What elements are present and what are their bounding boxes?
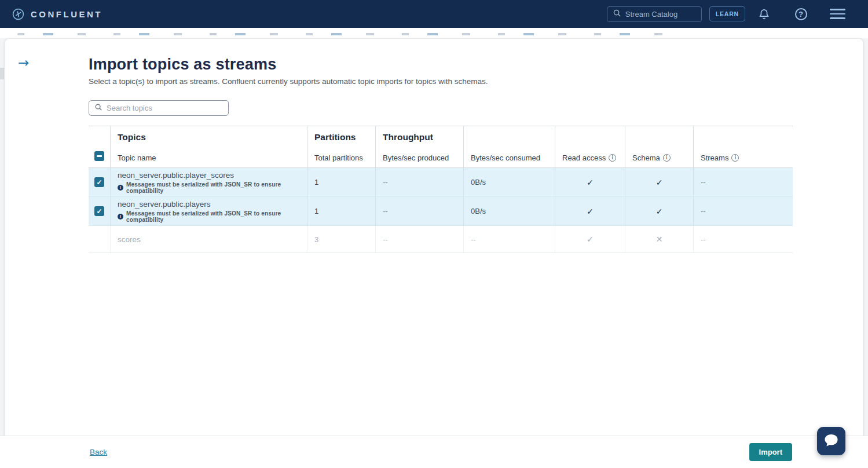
column-group-partitions: Partitions — [314, 132, 375, 142]
column-total-partitions: Total partitions — [314, 153, 375, 162]
page-edge — [0, 38, 5, 436]
bytes-consumed-value: 0B/s — [471, 207, 486, 215]
bytes-produced-value: -- — [383, 207, 388, 215]
column-schema: Schema — [632, 153, 660, 162]
row-checkbox[interactable] — [94, 177, 104, 187]
bytes-consumed-value: 0B/s — [471, 178, 486, 187]
column-streams: Streams — [701, 153, 728, 162]
top-navbar: CONFLUENT LEARN — [0, 0, 868, 28]
table-row-disabled: scores 3 -- -- ✓ ✕ -- — [89, 226, 793, 253]
column-group-throughput: Throughput — [383, 132, 463, 142]
select-all-checkbox[interactable] — [94, 151, 104, 161]
collapse-panel-arrow-icon[interactable] — [18, 56, 29, 70]
streams-value: -- — [701, 235, 706, 244]
search-icon — [94, 103, 102, 114]
table-row[interactable]: neon_server.public.player_scores Message… — [89, 168, 793, 197]
read-access-check-icon: ✓ — [587, 207, 594, 216]
schema-check-icon: ✓ — [656, 178, 663, 187]
hamburger-menu-icon[interactable] — [830, 9, 845, 19]
brand-name: CONFLUENT — [31, 9, 102, 19]
topics-table: Topics Topic name Partitions Total parti… — [89, 126, 793, 253]
topic-name: neon_server.public.players — [118, 200, 211, 209]
schema-info-icon[interactable] — [663, 154, 671, 162]
schema-cross-icon: ✕ — [656, 235, 663, 244]
column-bytes-produced: Bytes/sec produced — [383, 153, 463, 162]
confluent-logo-icon — [12, 8, 25, 21]
learn-button[interactable]: LEARN — [709, 6, 745, 21]
streams-info-icon[interactable] — [731, 154, 739, 162]
bytes-consumed-value: -- — [471, 235, 476, 244]
read-access-check-icon: ✓ — [587, 178, 594, 187]
topic-name: neon_server.public.player_scores — [118, 171, 234, 180]
bytes-produced-value: -- — [383, 235, 388, 244]
streams-value: -- — [701, 178, 706, 187]
help-icon[interactable] — [795, 8, 807, 20]
column-topic-name: Topic name — [118, 153, 307, 162]
topic-name: scores — [118, 235, 141, 244]
stream-catalog-search[interactable] — [607, 6, 702, 22]
read-access-info-icon[interactable] — [609, 154, 616, 162]
search-icon — [613, 9, 621, 20]
bytes-produced-value: -- — [383, 178, 388, 187]
row-checkbox[interactable] — [94, 206, 104, 216]
column-bytes-consumed: Bytes/sec consumed — [471, 153, 555, 162]
obscured-breadcrumb — [0, 28, 868, 38]
total-partitions-value: 1 — [314, 207, 318, 215]
back-link[interactable]: Back — [90, 448, 107, 456]
question-mark-icon — [795, 8, 807, 20]
table-row[interactable]: neon_server.public.players Messages must… — [89, 197, 793, 226]
column-group-topics: Topics — [118, 132, 307, 142]
info-icon — [118, 214, 123, 220]
topic-note-text: Messages must be serialized with JSON_SR… — [126, 181, 307, 194]
schema-check-icon: ✓ — [656, 207, 663, 216]
topic-note-text: Messages must be serialized with JSON_SR… — [126, 210, 307, 223]
stream-catalog-input[interactable] — [625, 10, 692, 19]
import-button[interactable]: Import — [749, 443, 792, 461]
page-title: Import topics as streams — [89, 56, 793, 74]
table-header-row: Topics Topic name Partitions Total parti… — [89, 126, 793, 168]
search-topics-box[interactable] — [89, 100, 229, 116]
total-partitions-value: 3 — [314, 235, 318, 244]
streams-value: -- — [701, 207, 706, 215]
import-topics-panel: Import topics as streams Select a topic(… — [5, 38, 863, 436]
column-read-access: Read access — [562, 153, 606, 162]
total-partitions-value: 1 — [314, 178, 318, 187]
page-subtitle: Select a topic(s) to import as streams. … — [89, 77, 793, 86]
footer-bar: Back Import — [0, 436, 868, 468]
chat-bubble-icon — [823, 433, 839, 449]
chat-button[interactable] — [817, 427, 845, 455]
page-edge-fragment — [0, 68, 4, 79]
search-topics-input[interactable] — [107, 104, 217, 112]
confluent-brand[interactable]: CONFLUENT — [12, 8, 102, 21]
info-icon — [118, 185, 123, 191]
notifications-bell-icon[interactable] — [757, 8, 771, 21]
read-access-check-icon: ✓ — [587, 235, 594, 244]
